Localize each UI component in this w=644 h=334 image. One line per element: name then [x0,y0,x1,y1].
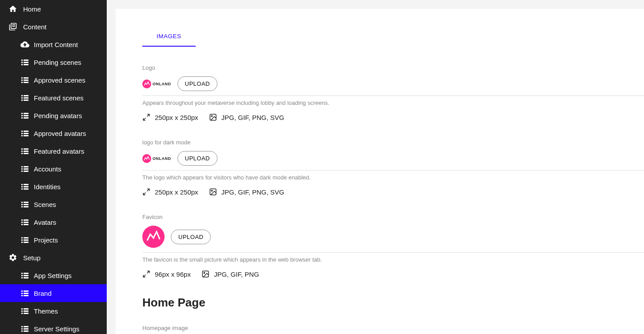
favicon-row: UPLOAD [142,226,644,253]
nav-sub-label: Server Settings [34,325,80,333]
logo-label: Logo [142,64,644,71]
nav-app-settings[interactable]: App Settings [0,266,107,284]
brand-mark-icon [142,154,151,163]
nav-content-label: Content [23,23,47,31]
image-icon [201,270,209,278]
logo-row: ONLAND UPLOAD [142,76,644,96]
list-icon [20,325,29,332]
logo-dark-label: logo for dark mode [142,139,644,146]
image-icon [209,113,217,121]
logo-preview: ONLAND [142,80,171,88]
nav-sub-label: Accounts [34,165,61,173]
nav-sub-label: Pending avatars [34,112,82,119]
list-icon [20,165,29,172]
svg-point-6 [204,272,205,273]
favicon-preview-icon [142,226,165,248]
nav-setup[interactable]: Setup [0,249,107,266]
image-icon [209,188,217,196]
logo-meta: 250px x 250px JPG, GIF, PNG, SVG [142,113,644,121]
nav-sub-label: Pending scenes [34,59,81,66]
nav-approved-scenes[interactable]: Approved scenes [0,71,107,89]
brand-panel: IMAGES Logo ONLAND UPLOAD Appears throug… [116,9,644,334]
favicon-formats: JPG, GIF, PNG [214,270,259,278]
dimensions-icon [142,188,150,196]
list-icon [20,130,29,137]
nav-sub-label: Projects [34,236,58,244]
list-icon [20,76,29,84]
svg-point-2 [211,115,212,116]
list-icon [20,183,29,190]
content-icon [8,22,18,32]
list-icon [20,94,29,101]
brand-text: ONLAND [153,156,171,161]
nav-setup-label: Setup [23,254,40,262]
list-icon [20,147,29,155]
favicon-meta: 96px x 96px JPG, GIF, PNG [142,270,644,278]
favicon-dim: 96px x 96px [155,270,191,278]
nav-sub-label: Identities [34,183,60,191]
nav-sub-label: Brand [34,290,52,297]
list-icon [20,59,29,66]
brand-text: ONLAND [153,82,171,86]
logo-dark-preview: ONLAND [142,154,171,163]
nav-featured-avatars[interactable]: Featured avatars [0,142,107,160]
favicon-label: Favicon [142,214,644,220]
nav-identities[interactable]: Identities [0,178,107,195]
dimensions-icon [142,113,150,121]
cloud-upload-icon [20,41,29,48]
logo-desc: Appears throughout your metaverse includ… [142,99,644,106]
favicon-upload-button[interactable]: UPLOAD [171,230,211,244]
nav-sub-label: Featured scenes [34,94,84,102]
nav-projects[interactable]: Projects [0,231,107,249]
nav-import-content[interactable]: Import Content [0,36,107,53]
logo-formats: JPG, GIF, PNG, SVG [221,114,285,121]
nav-brand[interactable]: Brand [0,284,107,302]
sidebar: Home Content Import Content Pending scen… [0,0,107,334]
nav-sub-label: Approved avatars [34,130,86,137]
nav-home[interactable]: Home [0,0,107,18]
main-area: IMAGES Logo ONLAND UPLOAD Appears throug… [107,0,644,334]
tab-bar: IMAGES [142,27,644,47]
nav-featured-scenes[interactable]: Featured scenes [0,89,107,107]
nav-server-settings[interactable]: Server Settings [0,320,107,334]
nav-content[interactable]: Content [0,18,107,36]
dimensions-icon [142,270,150,278]
nav-sub-label: App Settings [34,272,72,279]
list-icon [20,112,29,119]
nav-approved-avatars[interactable]: Approved avatars [0,124,107,142]
tab-images[interactable]: IMAGES [142,27,196,47]
list-icon [20,290,29,297]
logo-dark-desc: The logo which appears for visitors who … [142,174,644,181]
logo-upload-button[interactable]: UPLOAD [177,76,217,91]
nav-pending-scenes[interactable]: Pending scenes [0,53,107,71]
list-icon [20,307,29,314]
nav-sub-label: Themes [34,307,58,315]
nav-scenes[interactable]: Scenes [0,195,107,213]
logo-dark-formats: JPG, GIF, PNG, SVG [221,188,285,196]
homepage-image-label: Homepage image [142,325,644,331]
svg-point-4 [211,190,212,191]
brand-mark-icon [142,80,151,88]
nav-pending-avatars[interactable]: Pending avatars [0,107,107,124]
list-icon [20,219,29,226]
list-icon [20,201,29,208]
nav-avatars[interactable]: Avatars [0,213,107,231]
gear-icon [8,253,18,262]
nav-accounts[interactable]: Accounts [0,160,107,178]
homepage-heading: Home Page [142,296,644,310]
nav-sub-label: Avatars [34,219,56,226]
nav-sub-label: Approved scenes [34,76,85,84]
logo-dark-row: ONLAND UPLOAD [142,151,644,171]
nav-themes[interactable]: Themes [0,302,107,320]
home-icon [8,4,18,14]
nav-sub-label: Import Content [34,41,78,48]
logo-dark-upload-button[interactable]: UPLOAD [177,151,217,166]
favicon-desc: The favicon is the small picture which a… [142,256,644,263]
nav-sub-label: Scenes [34,201,56,208]
logo-dark-dim: 250px x 250px [155,188,198,196]
logo-dark-meta: 250px x 250px JPG, GIF, PNG, SVG [142,188,644,196]
nav-home-label: Home [23,5,41,13]
logo-dim: 250px x 250px [155,114,198,121]
list-icon [20,272,29,279]
nav-sub-label: Featured avatars [34,147,84,155]
